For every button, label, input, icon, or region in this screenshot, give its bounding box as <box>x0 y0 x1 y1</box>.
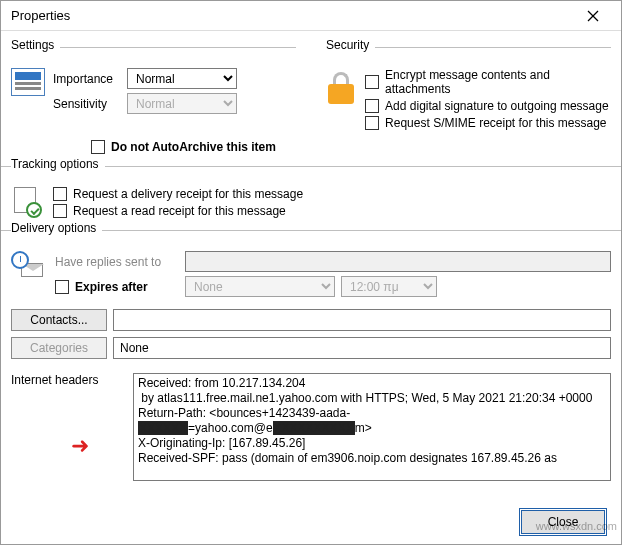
autoarchive-label: Do not AutoArchive this item <box>111 140 276 154</box>
sign-checkbox[interactable] <box>365 99 379 113</box>
redacted-text: XXXXXX <box>138 421 188 435</box>
sensitivity-label: Sensitivity <box>53 97 121 111</box>
arrow-icon: ➜ <box>71 433 89 459</box>
sign-label: Add digital signature to outgoing messag… <box>385 99 608 113</box>
importance-select[interactable]: Normal <box>127 68 237 89</box>
window-close-button[interactable] <box>573 2 613 30</box>
security-group: Security Encrypt message contents and at… <box>326 47 611 130</box>
tracking-icon <box>11 187 41 217</box>
delivery-receipt-label: Request a delivery receipt for this mess… <box>73 187 303 201</box>
categories-button: Categories <box>11 337 107 359</box>
expires-checkbox[interactable] <box>55 280 69 294</box>
headers-label: Internet headers <box>11 373 98 387</box>
contacts-button[interactable]: Contacts... <box>11 309 107 331</box>
encrypt-label: Encrypt message contents and attachments <box>385 68 611 96</box>
redacted-text: XXXXXXXXXX <box>273 421 355 435</box>
lock-icon <box>326 70 355 104</box>
tracking-group: Tracking options Request a delivery rece… <box>1 166 621 218</box>
expires-label: Expires after <box>75 280 179 294</box>
headers-textarea[interactable]: Received: from 10.217.134.204 by atlas11… <box>133 373 611 481</box>
replies-input <box>185 251 611 272</box>
security-legend: Security <box>326 38 375 52</box>
expires-time-select: 12:00 πμ <box>341 276 437 297</box>
read-receipt-checkbox[interactable] <box>53 204 67 218</box>
smime-checkbox[interactable] <box>365 116 379 130</box>
sensitivity-select: Normal <box>127 93 237 114</box>
replies-label: Have replies sent to <box>55 255 179 269</box>
read-receipt-label: Request a read receipt for this message <box>73 204 286 218</box>
properties-icon <box>11 68 45 96</box>
titlebar: Properties <box>1 1 621 31</box>
importance-label: Importance <box>53 72 121 86</box>
settings-group: Settings Importance Normal Sensitivity <box>11 47 296 130</box>
settings-legend: Settings <box>11 38 60 52</box>
encrypt-checkbox[interactable] <box>365 75 379 89</box>
categories-field: None <box>113 337 611 359</box>
close-button[interactable]: Close <box>521 510 605 534</box>
smime-label: Request S/MIME receipt for this message <box>385 116 606 130</box>
autoarchive-checkbox[interactable] <box>91 140 105 154</box>
tracking-legend: Tracking options <box>11 157 105 171</box>
contacts-field[interactable] <box>113 309 611 331</box>
close-icon <box>587 10 599 22</box>
delivery-legend: Delivery options <box>11 221 102 235</box>
delivery-receipt-checkbox[interactable] <box>53 187 67 201</box>
delivery-icon <box>11 251 43 277</box>
window-title: Properties <box>11 8 573 23</box>
delivery-group: Delivery options Have replies sent to Ex… <box>1 230 621 297</box>
expires-date-select: None <box>185 276 335 297</box>
